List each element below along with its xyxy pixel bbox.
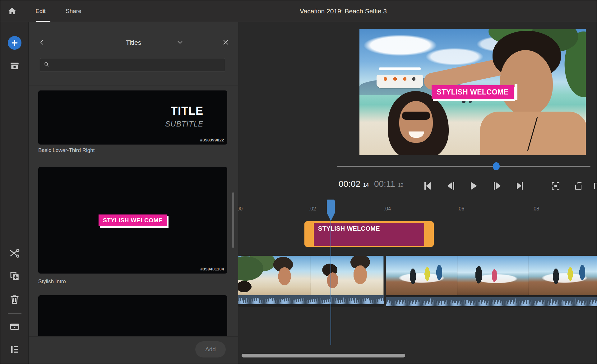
media-bin-button[interactable] <box>7 59 22 74</box>
current-frames: 14 <box>363 182 369 188</box>
template-label: Stylish Intro <box>38 279 66 285</box>
fullscreen-icon <box>551 181 560 191</box>
skip-to-end-button[interactable] <box>513 179 527 193</box>
template-card-basic-lower-third[interactable]: TITLE SUBTITLE #358399822 <box>38 90 227 145</box>
template-id: #358401104 <box>200 267 224 271</box>
title-clip-body[interactable]: STYLISH WELCOME <box>314 223 424 246</box>
scrubber-track[interactable] <box>337 166 590 167</box>
frame-forward-button[interactable] <box>490 179 504 193</box>
frame-back-icon <box>446 181 456 192</box>
toolbar-divider <box>8 313 21 314</box>
clipped-icon <box>593 181 597 191</box>
video-clip-2[interactable] <box>386 256 597 307</box>
clip-trim-handle-right[interactable] <box>424 221 434 247</box>
skip-to-start-button[interactable] <box>421 179 434 193</box>
tray-caret-icon <box>9 321 20 332</box>
preview-scrubber[interactable] <box>337 164 590 169</box>
editor-stage: STYLISH WELCOME 00:02 14 00:11 12 <box>238 22 597 364</box>
thumbnail-frame <box>529 256 597 295</box>
template-preview-subtitle: SUBTITLE <box>165 120 203 128</box>
clip-trim-handle-left[interactable] <box>304 221 314 247</box>
titles-category-dropdown[interactable] <box>174 36 186 49</box>
skip-start-icon <box>423 181 433 192</box>
add-media-button[interactable] <box>7 35 22 50</box>
template-preview-text: TITLE SUBTITLE <box>165 105 203 128</box>
ruler-tick: :02 <box>309 206 316 212</box>
template-card-stylish-intro[interactable]: STYLISH WELCOME #358401104 <box>38 167 227 274</box>
preview-title-text: STYLISH WELCOME <box>432 85 513 99</box>
thumbnail-frame <box>238 256 311 295</box>
template-id: #358399822 <box>200 138 224 142</box>
home-icon <box>7 7 17 16</box>
frame-back-button[interactable] <box>444 179 458 193</box>
clipped-edge-button[interactable] <box>593 179 597 193</box>
duplicate-icon <box>9 271 20 281</box>
tab-edit[interactable]: Edit <box>35 0 46 22</box>
template-preview-pink-box: STYLISH WELCOME <box>99 214 167 226</box>
video-track <box>238 256 597 307</box>
tab-edit-label: Edit <box>35 8 46 15</box>
clip-thumbnails <box>386 256 597 295</box>
thumbnail-frame <box>311 256 384 295</box>
tab-share-label: Share <box>66 8 81 15</box>
tab-share[interactable]: Share <box>66 0 81 22</box>
total-time: 00:11 <box>374 179 395 189</box>
loop-share-button[interactable] <box>571 179 585 193</box>
play-icon <box>469 181 479 192</box>
split-clip-button[interactable] <box>7 246 22 261</box>
timeline-scrollbar[interactable] <box>242 354 405 357</box>
add-title-button[interactable]: Add <box>195 341 226 357</box>
scrubber-handle[interactable] <box>493 162 500 170</box>
video-clip-1[interactable] <box>238 256 384 307</box>
playhead-handle[interactable] <box>327 200 335 221</box>
skip-end-icon <box>515 181 525 192</box>
thumbnail-frame <box>386 256 457 295</box>
fullscreen-button[interactable] <box>549 179 562 193</box>
export-tray-button[interactable] <box>7 319 22 334</box>
titles-panel: Titles TITLE SUBTITLE #358399822 <box>29 22 238 364</box>
close-icon <box>222 39 229 47</box>
panel-footer: Add <box>29 336 238 364</box>
timeline-ruler[interactable]: :00 :02 :04 :06 :08 <box>238 205 597 215</box>
trash-icon <box>9 294 20 305</box>
template-preview-title: TITLE <box>165 105 203 117</box>
left-toolbar <box>0 22 29 364</box>
thumbnail-frame <box>457 256 529 295</box>
track-list-icon <box>9 344 20 355</box>
frame-forward-icon <box>492 181 502 192</box>
top-bar: Edit Share Vacation 2019: Beach Selfie 3 <box>0 0 597 22</box>
audio-waveform <box>386 297 597 306</box>
current-time: 00:02 <box>339 179 360 189</box>
project-title: Vacation 2019: Beach Selfie 3 <box>300 0 387 22</box>
plus-icon <box>8 36 21 50</box>
duplicate-clip-button[interactable] <box>7 269 22 283</box>
panel-title: Titles <box>29 36 238 49</box>
track-options-button[interactable] <box>7 342 22 357</box>
title-clip-label: STYLISH WELCOME <box>318 225 380 232</box>
scissors-icon <box>9 248 20 259</box>
ruler-tick: :08 <box>532 206 539 212</box>
media-bin-icon <box>9 61 20 71</box>
total-frames: 12 <box>398 182 404 188</box>
delete-clip-button[interactable] <box>7 292 22 307</box>
ruler-tick: :06 <box>457 206 464 212</box>
panel-divider <box>29 85 238 85</box>
chevron-down-icon <box>177 39 183 47</box>
app-window: Edit Share Vacation 2019: Beach Selfie 3 <box>0 0 597 364</box>
search-input[interactable] <box>53 62 221 68</box>
search-box[interactable] <box>40 58 225 72</box>
search-icon <box>44 62 49 68</box>
ruler-tick: :00 <box>238 206 243 212</box>
video-preview: STYLISH WELCOME <box>359 29 586 155</box>
home-button[interactable] <box>5 4 19 18</box>
panel-close-button[interactable] <box>219 36 232 49</box>
audio-waveform <box>238 295 384 304</box>
play-button[interactable] <box>467 179 480 193</box>
preview-title-overlay: STYLISH WELCOME <box>359 29 586 155</box>
timecode-display: 00:02 14 00:11 12 <box>339 179 404 193</box>
timeline-title-clip[interactable]: STYLISH WELCOME <box>304 221 434 247</box>
share-out-icon <box>573 181 582 191</box>
template-label: Basic Lower-Third Right <box>38 147 95 154</box>
clip-thumbnails <box>238 256 384 295</box>
panel-scrollbar[interactable] <box>232 192 234 248</box>
